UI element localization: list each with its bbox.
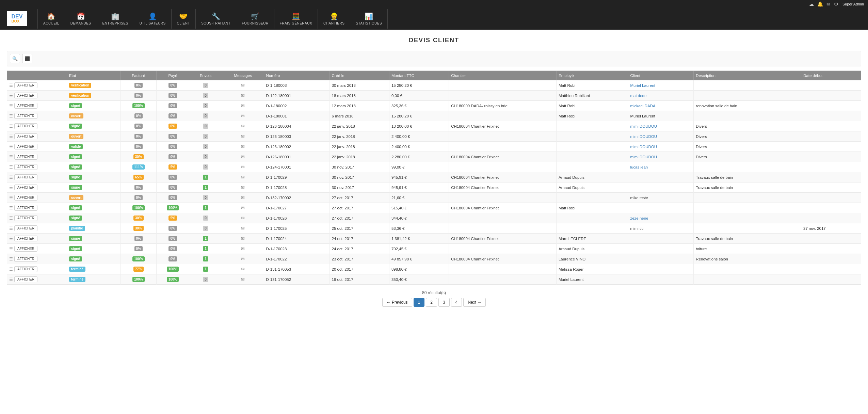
pagination-page-3[interactable]: 3 [438,298,450,307]
message-icon[interactable]: ✉ [241,144,245,149]
row-menu-icon[interactable]: ☰ [9,277,13,282]
nav-item-statistiques[interactable]: 📊 STATISTIQUES [350,9,388,29]
message-icon[interactable]: ✉ [241,226,245,231]
row-menu-icon[interactable]: ☰ [9,195,13,200]
afficher-button[interactable]: AFFICHER [14,246,37,252]
nav-item-demandes[interactable]: 📅 DEMANDES [65,9,97,29]
message-icon[interactable]: ✉ [241,154,245,159]
afficher-button[interactable]: AFFICHER [14,174,37,180]
row-menu-icon[interactable]: ☰ [9,185,13,190]
row-menu-icon[interactable]: ☰ [9,134,13,139]
envois-badge: 1 [203,236,208,241]
user-icon: 👤 [148,12,157,20]
row-menu-icon[interactable]: ☰ [9,175,13,180]
pagination-page-2[interactable]: 2 [426,298,437,307]
row-menu-icon[interactable]: ☰ [9,236,13,241]
row-menu-icon[interactable]: ☰ [9,267,13,272]
client-link[interactable]: mimi DOUDOU [630,155,657,159]
message-icon[interactable]: ✉ [241,164,245,170]
filter-button[interactable]: ⬛ [22,54,32,63]
date-debut-cell [801,203,861,213]
bell-icon[interactable]: 🔔 [817,1,823,7]
row-menu-icon[interactable]: ☰ [9,155,13,159]
message-icon[interactable]: ✉ [241,205,245,210]
afficher-button[interactable]: AFFICHER [14,276,37,282]
row-menu-icon[interactable]: ☰ [9,104,13,108]
pagination-next[interactable]: Next → [463,298,486,307]
row-menu-icon[interactable]: ☰ [9,257,13,261]
row-menu-icon[interactable]: ☰ [9,226,13,231]
client-link[interactable]: zeze nene [630,216,648,220]
message-icon[interactable]: ✉ [241,236,245,241]
client-link[interactable]: mat dede [630,94,646,98]
pagination-page-1[interactable]: 1 [414,298,425,307]
client-cell [628,244,694,254]
afficher-button[interactable]: AFFICHER [14,215,37,221]
nav-logo[interactable]: DEV BOX [7,8,27,29]
message-icon[interactable]: ✉ [241,113,245,118]
message-icon[interactable]: ✉ [241,267,245,272]
pagination-prev[interactable]: ← Previous [382,298,412,307]
facture-badge: 30% [133,154,144,159]
message-icon[interactable]: ✉ [241,185,245,190]
client-link[interactable]: mimi DOUDOU [630,145,657,149]
nav-item-client[interactable]: 🤝 CLIENT [172,9,196,29]
row-menu-icon[interactable]: ☰ [9,144,13,149]
message-icon[interactable]: ✉ [241,103,245,108]
afficher-button[interactable]: AFFICHER [14,225,37,231]
message-icon[interactable]: ✉ [241,246,245,251]
row-menu-icon[interactable]: ☰ [9,83,13,88]
afficher-button[interactable]: AFFICHER [14,205,37,211]
afficher-button[interactable]: AFFICHER [14,164,37,170]
client-link[interactable]: lucas jean [630,165,648,169]
afficher-button[interactable]: AFFICHER [14,256,37,262]
nav-item-frais-generaux[interactable]: 🧮 FRAIS GÉNÉRAUX [274,9,318,29]
gear-icon[interactable]: ⚙ [834,1,838,7]
afficher-button[interactable]: AFFICHER [14,103,37,109]
nav-item-fournisseur[interactable]: 🛒 FOURNISSEUR [236,9,274,29]
date-debut-cell [801,121,861,131]
client-link[interactable]: mimi DOUDOU [630,124,657,128]
client-link[interactable]: Muriel Laurent [630,83,655,87]
message-icon[interactable]: ✉ [241,124,245,129]
afficher-button[interactable]: AFFICHER [14,144,37,149]
pagination-page-4[interactable]: 4 [451,298,462,307]
afficher-button[interactable]: AFFICHER [14,195,37,201]
row-menu-icon[interactable]: ☰ [9,124,13,129]
search-button[interactable]: 🔍 [10,54,20,63]
afficher-button[interactable]: AFFICHER [14,154,37,160]
message-icon[interactable]: ✉ [241,134,245,139]
message-icon[interactable]: ✉ [241,195,245,200]
afficher-button[interactable]: AFFICHER [14,123,37,129]
message-icon[interactable]: ✉ [241,83,245,88]
nav-item-accueil[interactable]: 🏠 ACCUEIL [37,9,65,29]
handshake-icon: 🤝 [179,12,188,20]
message-icon[interactable]: ✉ [241,277,245,282]
mail-icon[interactable]: ✉ [826,1,831,7]
nav-item-sous-traitant[interactable]: 🔧 SOUS-TRAITANT [196,9,236,29]
afficher-button[interactable]: AFFICHER [14,185,37,190]
row-menu-icon[interactable]: ☰ [9,246,13,251]
afficher-button[interactable]: AFFICHER [14,266,37,272]
row-menu-icon[interactable]: ☰ [9,206,13,210]
afficher-button[interactable]: AFFICHER [14,133,37,139]
afficher-button[interactable]: AFFICHER [14,113,37,119]
row-menu-icon[interactable]: ☰ [9,114,13,118]
cloud-icon[interactable]: ☁ [809,1,814,7]
row-menu-icon[interactable]: ☰ [9,93,13,98]
row-menu-icon[interactable]: ☰ [9,165,13,170]
message-icon[interactable]: ✉ [241,93,245,98]
row-menu-icon[interactable]: ☰ [9,216,13,221]
message-icon[interactable]: ✉ [241,175,245,180]
client-link[interactable]: mimi DOUDOU [630,134,657,139]
nav-item-entreprises[interactable]: 🏢 ENTREPRISES [97,9,134,29]
nav-item-utilisateurs[interactable]: 👤 UTILISATEURS [134,9,172,29]
client-link[interactable]: mickael DADA [630,104,655,108]
message-icon[interactable]: ✉ [241,256,245,261]
afficher-button[interactable]: AFFICHER [14,236,37,241]
afficher-button[interactable]: AFFICHER [14,93,37,98]
afficher-button[interactable]: AFFICHER [14,82,37,88]
employe-cell: Arnaud Dupuis [556,182,628,193]
nav-item-chantiers[interactable]: 👷 CHANTIERS [318,9,350,29]
message-icon[interactable]: ✉ [241,216,245,221]
